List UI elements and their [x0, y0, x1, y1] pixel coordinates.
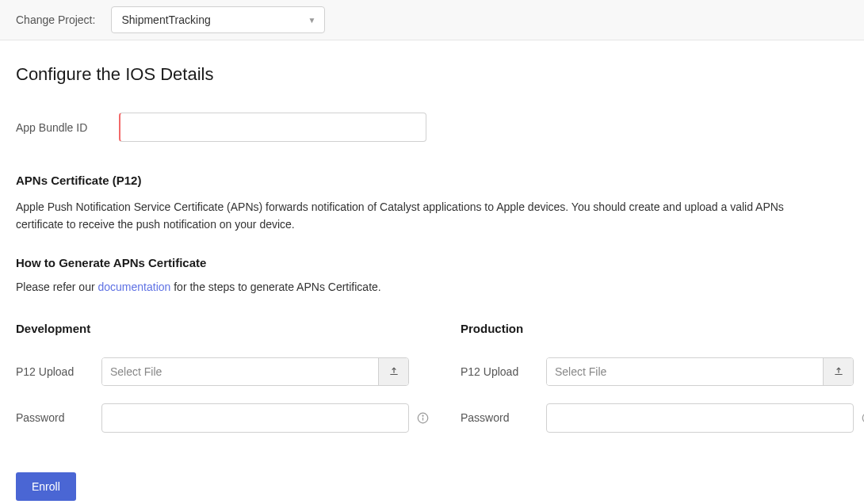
project-select-value[interactable]: ShipmentTracking: [111, 6, 325, 33]
howto-prefix: Please refer our: [16, 281, 98, 293]
howto-suffix: for the steps to generate APNs Certifica…: [170, 281, 380, 293]
apns-heading: APNs Certificate (P12): [16, 174, 848, 187]
development-heading: Development: [16, 322, 429, 335]
info-icon[interactable]: [417, 412, 429, 424]
development-file-placeholder: Select File: [102, 358, 378, 385]
development-column: Development P12 Upload Select File Passw: [16, 322, 429, 433]
topbar: Change Project: ShipmentTracking ▼: [0, 0, 864, 40]
development-upload-label: P12 Upload: [16, 365, 101, 378]
development-file-picker[interactable]: Select File: [101, 357, 409, 386]
project-select[interactable]: ShipmentTracking ▼: [111, 6, 325, 33]
page-title: Configure the IOS Details: [16, 64, 848, 85]
bundle-id-label: App Bundle ID: [16, 121, 119, 134]
production-heading: Production: [461, 322, 864, 335]
production-column: Production P12 Upload Select File Passwo: [461, 322, 864, 433]
bundle-id-row: App Bundle ID: [16, 113, 848, 142]
production-upload-row: P12 Upload Select File: [461, 357, 864, 386]
apns-description: Apple Push Notification Service Certific…: [16, 198, 793, 234]
howto-description: Please refer our documentation for the s…: [16, 281, 848, 293]
enroll-button[interactable]: Enroll: [16, 472, 76, 501]
development-password-input[interactable]: [101, 403, 409, 433]
svg-point-2: [422, 415, 423, 416]
development-password-row: Password: [16, 403, 429, 433]
howto-heading: How to Generate APNs Certificate: [16, 256, 848, 269]
change-project-label: Change Project:: [16, 13, 95, 26]
production-password-input[interactable]: [546, 403, 854, 433]
upload-icon[interactable]: [823, 358, 853, 385]
development-password-label: Password: [16, 411, 101, 424]
cert-columns: Development P12 Upload Select File Passw: [16, 322, 848, 433]
development-upload-row: P12 Upload Select File: [16, 357, 429, 386]
production-upload-label: P12 Upload: [461, 365, 546, 378]
bundle-id-input[interactable]: [119, 113, 426, 142]
production-file-placeholder: Select File: [547, 358, 823, 385]
production-file-picker[interactable]: Select File: [546, 357, 854, 386]
production-password-label: Password: [461, 411, 546, 424]
production-password-row: Password: [461, 403, 864, 433]
documentation-link[interactable]: documentation: [98, 281, 171, 293]
upload-icon[interactable]: [378, 358, 408, 385]
content: Configure the IOS Details App Bundle ID …: [0, 40, 864, 504]
